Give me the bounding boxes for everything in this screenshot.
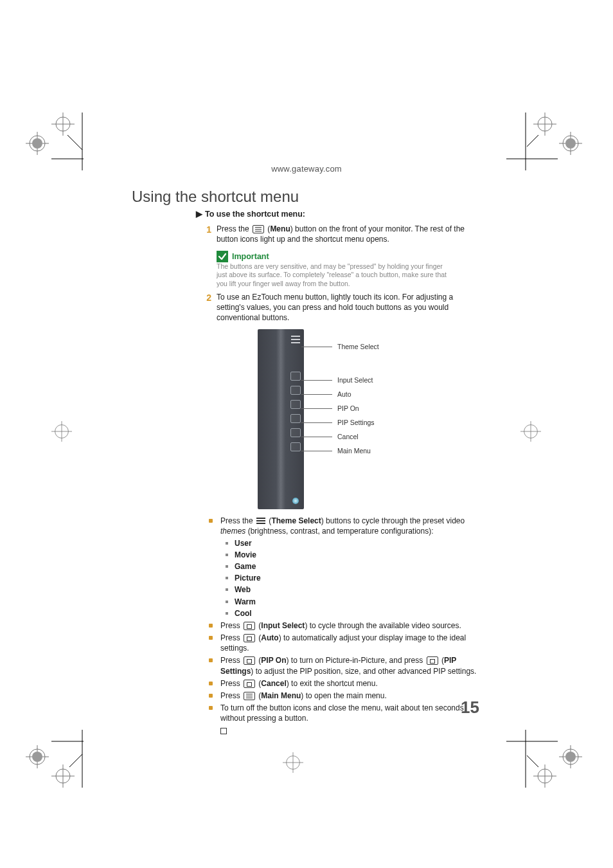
instruction-list: Press the (Theme Select) buttons to cycl…	[209, 516, 482, 737]
list-item: Picture	[226, 573, 482, 583]
list-item: To turn off the button icons and close t…	[209, 703, 482, 737]
procedure-heading: ▶To use the shortcut menu:	[196, 209, 482, 220]
list-item: Warm	[226, 597, 482, 607]
svg-line-11	[527, 135, 538, 147]
callout-pip-on: PIP On	[296, 404, 359, 413]
callout-pip-settings: PIP Settings	[296, 418, 375, 427]
monitor-bezel-figure: Theme Select Input Select Auto PIP On PI…	[258, 329, 476, 509]
step-2: 2 To use an EzTouch menu button, lightly…	[196, 292, 482, 323]
svg-line-3	[67, 135, 82, 150]
page-url: www.gateway.com	[0, 164, 613, 174]
auto-icon	[244, 634, 255, 642]
main-menu-icon	[244, 692, 255, 700]
input-select-icon	[244, 622, 255, 630]
list-item: Press (Auto) to automatically adjust you…	[209, 633, 482, 653]
svg-point-7	[565, 138, 576, 149]
callout-auto: Auto	[296, 390, 351, 399]
list-item: User	[226, 538, 482, 548]
important-callout: Important The buttons are very sensitive…	[217, 251, 482, 287]
callout-main-menu: Main Menu	[296, 446, 371, 455]
triangle-icon: ▶	[196, 209, 202, 220]
list-item: Press (Input Select) to cycle through th…	[209, 620, 482, 631]
themes-sublist: User Movie Game Picture Web Warm Cool	[226, 538, 482, 619]
crop-mark-icon	[26, 113, 64, 151]
page-content: ▶To use the shortcut menu: 1 Press the (…	[196, 209, 482, 739]
crop-mark-icon	[500, 113, 538, 151]
theme-select-icon	[256, 518, 265, 524]
list-item: Web	[226, 584, 482, 595]
crop-mark-icon	[26, 730, 64, 768]
list-item: Movie	[226, 550, 482, 560]
list-item: Cool	[226, 608, 482, 619]
callout-cancel: Cancel	[296, 432, 359, 441]
svg-line-19	[69, 754, 82, 767]
section-title: Using the shortcut menu	[132, 188, 299, 206]
cancel-icon	[244, 680, 255, 688]
svg-point-21	[565, 752, 576, 762]
svg-line-25	[527, 755, 538, 767]
list-item: Press the (Theme Select) buttons to cycl…	[209, 516, 482, 619]
list-item: Press (Main Menu) to open the main menu.	[209, 691, 482, 701]
callout-theme: Theme Select	[296, 342, 379, 351]
list-item: Game	[226, 561, 482, 572]
svg-point-1	[32, 138, 42, 149]
pip-settings-icon	[427, 656, 438, 665]
page-number: 15	[461, 698, 479, 718]
crop-mark-icon	[49, 419, 80, 449]
list-item: Press (Cancel) to exit the shortcut menu…	[209, 678, 482, 689]
list-item: Press (PIP On) to turn on Picture-in-Pic…	[209, 655, 482, 676]
crop-mark-icon	[280, 750, 311, 781]
svg-point-15	[32, 752, 42, 762]
menu-icon	[253, 225, 264, 233]
end-of-procedure-icon	[220, 728, 227, 734]
step-1: 1 Press the (Menu) button on the front o…	[196, 224, 482, 244]
crop-mark-icon	[500, 730, 538, 768]
power-led-icon	[292, 498, 299, 504]
callout-input: Input Select	[296, 375, 373, 384]
crop-mark-icon	[518, 419, 549, 449]
check-icon	[217, 251, 228, 262]
pip-on-icon	[244, 656, 255, 665]
